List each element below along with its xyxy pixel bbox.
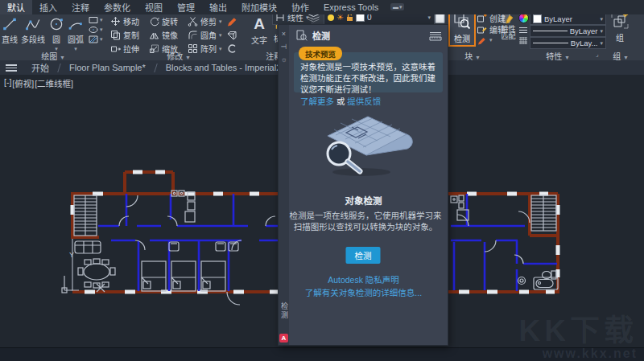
detect-details-link[interactable]: 了解有关对象检测的详细信息... — [305, 288, 422, 297]
linetype-value: ByLayer — [570, 27, 598, 35]
circle-icon — [48, 16, 64, 32]
draw-extra-tools: ▾ ▾ ▾ — [89, 16, 103, 52]
y-axis-marker: Y — [69, 251, 74, 259]
file-tab-blocks-tables[interactable]: Blocks and Tables - Imperial2* — [158, 60, 293, 75]
ribbon-tab-bar: 默认 插入 注释 参数化 视图 管理 输出 附加模块 协作 Express To… — [0, 0, 644, 14]
viewport-minimize-control[interactable]: [-] — [4, 77, 11, 89]
ellipse-button[interactable]: ▾ — [89, 26, 103, 34]
chevron-down-icon: ▼ — [60, 55, 65, 60]
autodesk-logo-badge: A — [279, 334, 288, 343]
auto-hide-pin-icon[interactable]: ⊣ — [281, 43, 287, 51]
copy-button[interactable]: 复制 — [110, 29, 147, 41]
block-panel-label[interactable]: 块 ▼ — [448, 50, 497, 59]
feedback-link[interactable]: 提供反馈 — [347, 96, 381, 106]
trim-scissors-icon — [188, 16, 198, 27]
ribbon-tab-view[interactable]: 视图 — [138, 0, 170, 14]
or-text: 或 — [336, 96, 345, 106]
match-properties-button[interactable]: 特性 匹配 — [499, 12, 518, 40]
ribbon-tab-collaborate[interactable]: 协作 — [284, 0, 316, 14]
explode-cube-icon[interactable] — [226, 30, 237, 40]
text-button[interactable]: A 文字 — [251, 15, 267, 46]
layer-on-bulb-icon[interactable] — [328, 14, 334, 21]
palette-properties-icon[interactable] — [429, 31, 442, 41]
fillet-button[interactable]: 圆角▾ — [188, 29, 225, 41]
chevron-down-icon: ▾ — [399, 4, 402, 10]
file-tab-start[interactable]: 开始 — [23, 60, 57, 75]
chevron-down-icon: ▾ — [100, 27, 103, 33]
ribbon-tab-addins[interactable]: 附加模块 — [234, 0, 284, 14]
object-color-dropdown[interactable]: ByLayer ▾ — [530, 13, 606, 25]
circle-button[interactable]: 圆 ▾ — [48, 16, 64, 52]
chevron-down-icon: ▾ — [600, 28, 603, 35]
palette-settings-icon[interactable]: ☼ — [280, 56, 287, 64]
draw-panel-label[interactable]: 绘图 ▼ — [0, 50, 106, 59]
linetype-list-icon[interactable] — [518, 27, 528, 34]
ribbon-overflow-button[interactable]: ▬▾ — [390, 3, 404, 10]
ribbon-tab-annotate[interactable]: 注释 — [64, 0, 97, 14]
chevron-down-icon: ▾ — [100, 36, 103, 43]
move-button[interactable]: 移动 — [110, 15, 147, 27]
hamburger-menu-icon[interactable] — [6, 64, 17, 75]
modify-panel-label[interactable]: 修改 ▼ — [108, 50, 250, 59]
detect-action-button[interactable]: 检测 — [346, 247, 381, 264]
line-icon — [2, 16, 18, 32]
group-label: 组 — [616, 31, 624, 43]
line-button[interactable]: 直线 — [2, 16, 18, 52]
viewport-controls: [-] [俯视] [二维线框] — [4, 77, 73, 89]
lineweight-grid-icon[interactable] — [518, 37, 528, 44]
move-icon — [110, 16, 121, 27]
erase-pencil-icon[interactable] — [226, 16, 237, 27]
rectangle-button[interactable]: ▾ — [89, 16, 103, 24]
palette-side-tab[interactable]: 检测 — [279, 302, 290, 320]
ribbon-tab-express-tools[interactable]: Express Tools — [316, 0, 386, 14]
panel-expander-icon[interactable]: ⌟ — [596, 51, 599, 58]
chevron-down-icon: ▼ — [564, 55, 570, 60]
linetype-dropdown[interactable]: ByLayer ▾ — [530, 25, 606, 37]
circle-label: 圆 — [52, 33, 60, 45]
blueprint-magnifier-illustration — [310, 109, 416, 178]
layer-thaw-sun-icon[interactable]: ☀ — [336, 14, 344, 22]
arc-button[interactable]: 圆弧 ▾ — [68, 16, 84, 52]
properties-mini-tools — [518, 13, 529, 44]
draw-panel: 直线 多段线 圆 ▾ 圆弧 ▾ ▾ ▾ ▾ — [2, 16, 103, 52]
tech-preview-badge: 技术预览 — [299, 47, 342, 60]
properties-panel-label[interactable]: 特性 ▼ — [515, 50, 601, 59]
ellipse-icon — [89, 26, 98, 34]
detect-palette: × ⊣ ☼ 检测 A 检测 技术预览 对象检测是一项技术预览，这意味着检测功能正… — [278, 24, 448, 346]
detect-ribbon-button[interactable]: 检测 — [448, 10, 476, 47]
text-icon: A — [254, 15, 265, 33]
polyline-label: 多段线 — [21, 33, 45, 45]
palette-header: 检测 — [290, 25, 449, 46]
trim-button[interactable]: 修剪▾ — [188, 15, 225, 27]
mirror-button[interactable]: 镜像 — [149, 29, 186, 41]
ribbon-tab-manage[interactable]: 管理 — [170, 0, 202, 14]
palette-heading: 对象检测 — [279, 194, 448, 207]
rectangle-icon — [89, 16, 98, 24]
ribbon-tab-output[interactable]: 输出 — [202, 0, 234, 14]
hatch-button[interactable]: ▾ — [89, 35, 103, 43]
arc-icon — [68, 16, 84, 32]
privacy-statement-link[interactable]: Autodesk 隐私声明 — [328, 275, 399, 285]
learn-more-link[interactable]: 了解更多 — [300, 96, 334, 106]
chevron-down-icon: ▼ — [185, 55, 191, 60]
file-tab-floor-plan[interactable]: Floor Plan Sample* — [61, 60, 154, 75]
mirror-icon — [149, 30, 159, 40]
arc-label: 圆弧 — [68, 33, 84, 45]
lineweight-dropdown[interactable]: ByLay... ▾ — [530, 37, 606, 49]
group-button[interactable]: 组 — [607, 11, 633, 43]
autocad-window: 默认 插入 注释 参数化 视图 管理 输出 附加模块 协作 Express To… — [0, 0, 644, 361]
ribbon-tab-parametric[interactable]: 参数化 — [97, 0, 138, 14]
viewport-view-control[interactable]: [俯视] — [12, 77, 34, 89]
linetype-sample — [533, 31, 568, 31]
hatch-icon — [89, 35, 98, 43]
chevron-down-icon: ▾ — [219, 18, 222, 25]
close-icon[interactable]: × — [282, 31, 286, 38]
viewport-visual-style-control[interactable]: [二维线框] — [35, 77, 73, 89]
group-panel-label[interactable]: 组 ▼ — [602, 50, 639, 59]
detect-doc-icon — [296, 30, 308, 41]
ribbon-tab-insert[interactable]: 插入 — [32, 0, 64, 14]
ribbon-tab-home[interactable]: 默认 — [0, 0, 32, 14]
palette-description: 检测是一项在线服务，它使用机器学习来扫描图形以查找可以转换为块的对象。 — [289, 210, 442, 232]
rotate-button[interactable]: 旋转 — [149, 15, 186, 27]
polyline-button[interactable]: 多段线 — [21, 16, 45, 52]
